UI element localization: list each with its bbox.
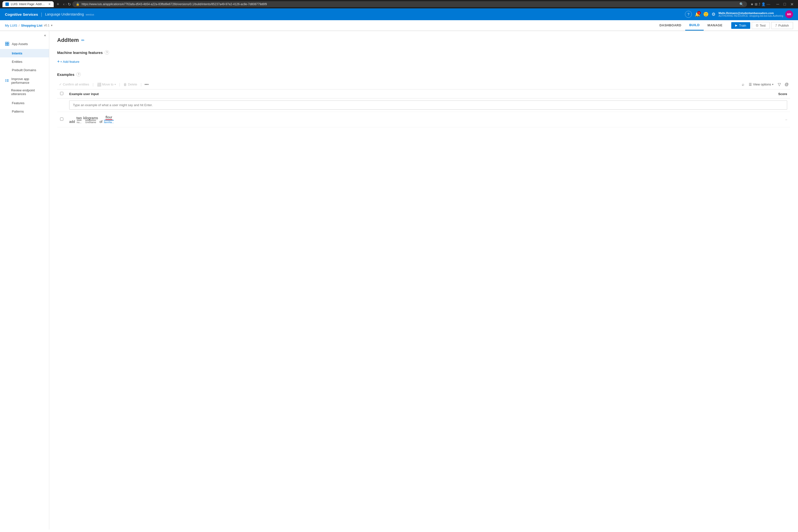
reload-icon[interactable]: 🔍 xyxy=(739,2,744,6)
example-input-field[interactable] xyxy=(69,100,787,110)
settings-button[interactable]: ⚙ xyxy=(711,12,716,17)
sidebar-section-features: Features Patterns xyxy=(0,98,49,116)
sidebar-item-review-endpoint[interactable]: Review endpoint utterances xyxy=(0,87,49,98)
lock-icon: 🔒 xyxy=(76,2,79,6)
refresh-button[interactable]: ↻ xyxy=(68,2,71,7)
close-window[interactable]: ✕ xyxy=(788,2,796,7)
breadcrumb-root[interactable]: My LUIS xyxy=(5,24,17,27)
forward-button[interactable]: › xyxy=(65,2,67,6)
test-button[interactable]: ⊡ Test xyxy=(752,22,770,29)
toolbar-divider-1: | xyxy=(93,82,94,87)
svg-rect-0 xyxy=(5,42,7,43)
sidebar-item-patterns[interactable]: Patterns xyxy=(0,107,49,115)
utt-checkbox[interactable] xyxy=(60,117,63,121)
main-content: AddItem ✏ Machine learning features ? + … xyxy=(49,31,798,530)
prebuilt-domains-icon xyxy=(5,68,10,72)
edit-title-button[interactable]: ✏ xyxy=(81,38,84,43)
word-text-of: of xyxy=(99,120,102,124)
sidebar-collapse-button[interactable]: « xyxy=(44,33,46,37)
utterance-words: add two nu... kilograms Un xyxy=(69,115,115,124)
train-label: Train xyxy=(739,24,746,27)
tab-manage[interactable]: MANAGE xyxy=(704,20,726,31)
breadcrumb-version: v0.1 xyxy=(44,24,50,27)
maximize-window[interactable]: □ xyxy=(781,2,788,7)
examples-toolbar: ✓ Confirm all entities | ⬜ Move to ▾ | 🗑… xyxy=(57,79,790,90)
table-row: add two nu... kilograms Un xyxy=(57,112,790,127)
sidebar-section-improve: Improve app performance Review endpoint … xyxy=(0,75,49,98)
sidebar-collapse-area: « xyxy=(0,31,49,39)
more-actions-button[interactable]: ••• xyxy=(143,81,150,88)
svg-rect-1 xyxy=(7,42,9,43)
sidebar: « App Assets Intents Entities P xyxy=(0,31,49,530)
publish-icon: ⤴ xyxy=(775,24,777,27)
word-of[interactable]: of xyxy=(99,120,102,124)
feedback-button[interactable]: 🙂 xyxy=(703,12,708,17)
share-icon[interactable]: ⤴ xyxy=(759,2,760,7)
word-text-add: add xyxy=(69,120,75,124)
utt-text-cell: add two nu... kilograms Un xyxy=(66,112,771,127)
ml-features-help-button[interactable]: ? xyxy=(105,50,109,55)
review-icon xyxy=(5,90,8,94)
main-layout: « App Assets Intents Entities P xyxy=(0,31,798,530)
favorites-icon[interactable]: ★ xyxy=(750,2,754,7)
filter-button[interactable]: ▽ xyxy=(776,81,782,88)
sidebar-item-prebuilt-domains[interactable]: Prebuilt Domains xyxy=(0,66,49,74)
move-to-chevron-icon: ▾ xyxy=(115,83,116,86)
word-text-two: two xyxy=(76,116,82,120)
breadcrumb-separator: / xyxy=(19,24,20,27)
collections-icon[interactable]: ⊞ xyxy=(755,2,758,7)
page-title: AddItem xyxy=(57,37,79,43)
improve-icon xyxy=(5,79,9,83)
back-button[interactable]: ‹ xyxy=(63,2,64,6)
tab-close-icon[interactable]: ✕ xyxy=(48,2,51,6)
utt-checkbox-cell xyxy=(57,112,66,127)
word-kilograms[interactable]: kilograms UnitName xyxy=(83,116,98,124)
new-tab-button[interactable]: + xyxy=(55,2,61,7)
browser-tab[interactable]: LUIS: Intent Page: AddItem ✕ xyxy=(2,1,54,7)
app-header: Cognitive Services | Language Understand… xyxy=(0,8,798,20)
sidebar-item-app-assets-label: App Assets xyxy=(12,42,28,46)
user-profile-icon[interactable]: 👤 xyxy=(761,2,765,7)
user-avatar[interactable]: MR xyxy=(785,10,793,18)
tab-dashboard[interactable]: DASHBOARD xyxy=(656,20,685,31)
train-button[interactable]: ▶ Train xyxy=(731,22,750,29)
add-feature-label: + Add feature xyxy=(60,60,79,63)
publish-button[interactable]: ⤴ Publish xyxy=(771,22,793,29)
breadcrumb-app[interactable]: Shopping List xyxy=(21,24,42,27)
sidebar-item-entities[interactable]: Entities xyxy=(0,57,49,66)
examples-help-button[interactable]: ? xyxy=(76,72,81,77)
tab-build[interactable]: BUILD xyxy=(685,20,703,31)
word-text-kilograms: kilograms xyxy=(83,116,98,120)
delete-button[interactable]: 🗑 Delete xyxy=(121,81,139,88)
address-url: https://www.luis.ai/applications/e7763af… xyxy=(81,2,737,6)
version-dropdown-button[interactable]: ▾ xyxy=(51,24,53,27)
sidebar-item-intents[interactable]: Intents xyxy=(0,49,49,57)
move-to-button[interactable]: ⬜ Move to ▾ xyxy=(95,81,118,88)
notification-badge: 1 xyxy=(697,11,701,15)
header-separator: | xyxy=(41,12,42,17)
user-info: Malte.Reimann@studentambassadors.com AUT… xyxy=(719,12,783,17)
word-flour[interactable]: flour ItemNa... xyxy=(104,115,114,124)
examples-header: Examples ? xyxy=(57,72,790,77)
address-bar[interactable]: 🔒 https://www.luis.ai/applications/e7763… xyxy=(72,1,747,7)
toolbar-divider-3: | xyxy=(141,82,141,87)
select-all-checkbox[interactable] xyxy=(60,92,63,95)
browser-chrome: LUIS: Intent Page: AddItem ✕ + ‹ › ↻ 🔒 h… xyxy=(0,0,798,8)
more-browser-settings[interactable]: ⋯ xyxy=(766,2,771,7)
confirm-all-entities-button[interactable]: ✓ Confirm all entities xyxy=(57,81,91,87)
sidebar-item-improve-app[interactable]: Improve app performance xyxy=(0,75,49,87)
sidebar-item-app-assets[interactable]: App Assets xyxy=(0,40,49,48)
help-button[interactable]: ? xyxy=(685,11,692,18)
sidebar-item-features[interactable]: Features xyxy=(0,99,49,107)
word-label-two: nu... xyxy=(77,120,81,124)
word-add[interactable]: add xyxy=(69,120,75,124)
search-utterances-button[interactable]: ⌕ xyxy=(740,81,746,88)
add-feature-button[interactable]: + + Add feature xyxy=(57,58,79,65)
minimize-window[interactable]: ─ xyxy=(774,2,781,7)
word-two[interactable]: two nu... xyxy=(76,116,82,124)
mention-button[interactable]: @ xyxy=(783,81,790,88)
tab-favicon xyxy=(5,2,9,6)
notification-button[interactable]: 🔔 1 xyxy=(695,12,700,17)
breadcrumb: My LUIS / Shopping List v0.1 ▾ xyxy=(5,24,53,27)
view-options-button[interactable]: ☰ View options ▾ xyxy=(747,81,775,88)
